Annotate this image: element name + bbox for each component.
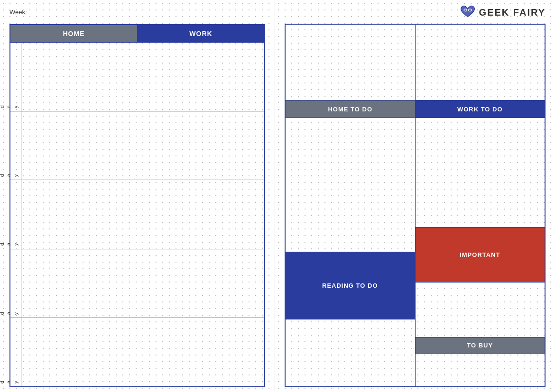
week-input-line[interactable] (29, 14, 124, 14)
monday-row: Monday (10, 42, 264, 111)
saturday-cell[interactable]: Saturday (286, 25, 416, 100)
wednesday-row: Wednesday (10, 180, 264, 248)
tuesday-label: Tuesday (10, 111, 21, 180)
geek-fairy-icon (460, 5, 475, 20)
wednesday-work-cell[interactable] (143, 180, 265, 248)
thursday-home-cell[interactable] (21, 249, 143, 318)
friday-work-cell[interactable] (143, 318, 265, 386)
right-panel: GEEK FAIRY Saturday Sunday H (275, 0, 555, 392)
thursday-label: Thursday (10, 249, 21, 318)
sunday-label: Sunday (419, 27, 463, 392)
monday-label: Monday (10, 43, 21, 111)
tuesday-home-cell[interactable] (21, 111, 143, 180)
work-header: WORK (138, 25, 264, 42)
table-header: HOME WORK (10, 25, 264, 42)
home-header: HOME (10, 25, 138, 42)
right-content: Saturday Sunday HOME TO DO WORK TO DO (285, 24, 546, 387)
friday-row: Friday (10, 318, 264, 386)
wednesday-label: Wednesday (10, 180, 21, 248)
wednesday-home-cell[interactable] (21, 180, 143, 248)
friday-label: Friday (10, 318, 21, 386)
week-label: Week: (9, 9, 27, 16)
thursday-row: Thursday (10, 249, 264, 318)
saturday-label: Saturday (289, 27, 348, 392)
brand-logo: GEEK FAIRY (460, 5, 546, 20)
monday-work-cell[interactable] (143, 43, 265, 111)
friday-home-cell[interactable] (21, 318, 143, 386)
day-rows: Monday Tuesday Wednesday Thursday (10, 42, 264, 386)
brand-header: GEEK FAIRY (285, 5, 546, 20)
weekly-planner-page: Week: HOME WORK Monday Tuesday (0, 0, 555, 392)
sunday-cell[interactable]: Sunday (416, 25, 545, 100)
thursday-work-cell[interactable] (143, 249, 265, 318)
weekly-table: HOME WORK Monday Tuesday Wednesday (9, 24, 265, 387)
tuesday-work-cell[interactable] (143, 111, 265, 180)
brand-name: GEEK FAIRY (479, 7, 546, 18)
left-panel: Week: HOME WORK Monday Tuesday (0, 0, 275, 392)
tuesday-row: Tuesday (10, 111, 264, 180)
weekend-row: Saturday Sunday (286, 25, 545, 100)
monday-home-cell[interactable] (21, 43, 143, 111)
